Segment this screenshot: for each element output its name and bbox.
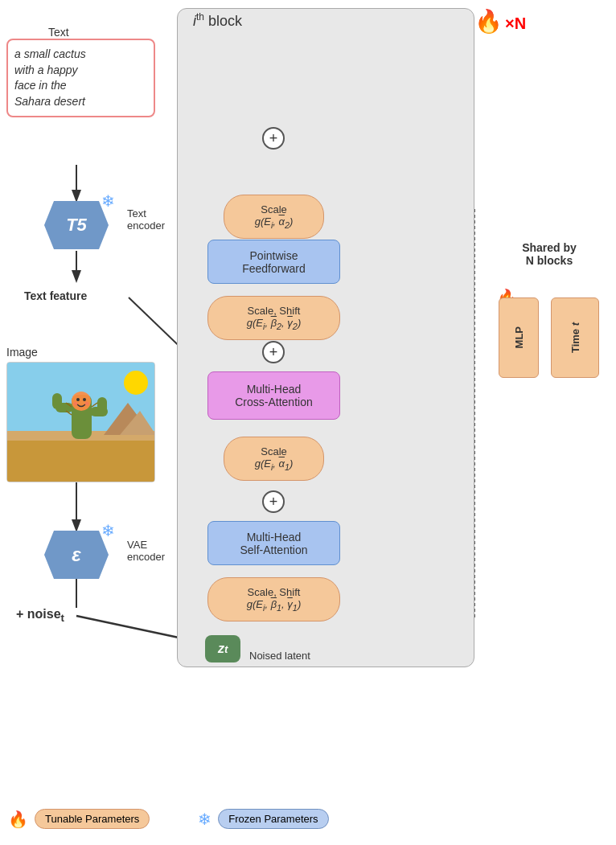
circle-plus-bot: +: [262, 490, 285, 513]
time-label: Time t: [569, 322, 581, 353]
vae-encoder-label: VAEencoder: [127, 539, 165, 563]
svg-point-44: [83, 398, 86, 401]
scale-mid-line1: Scale: [261, 445, 287, 457]
scale-shift-bot-line2: g(Ei, β1, γ1): [247, 598, 301, 613]
feedforward-line2: Feedforward: [242, 262, 306, 275]
mlp-label: MLP: [513, 326, 525, 348]
vae-shape: ε: [44, 531, 109, 579]
frozen-legend-label: Frozen Parameters: [228, 813, 318, 825]
cactus-image: [6, 362, 155, 482]
feedforward-node: Pointwise Feedforward: [207, 240, 340, 284]
tunable-legend-box: Tunable Parameters: [35, 809, 150, 829]
vae-label: ε: [72, 544, 80, 566]
circle-plus-top: +: [262, 127, 285, 150]
snowflake-legend-icon: ❄: [198, 810, 211, 829]
text-feature-text: Text feature: [24, 289, 87, 302]
t5-shape: T5: [44, 201, 109, 249]
svg-rect-38: [97, 397, 107, 413]
cross-attention-line2: Cross-Attention: [235, 396, 312, 408]
times-n-label: ×N: [505, 14, 526, 33]
frozen-legend-item: ❄ Frozen Parameters: [198, 809, 328, 829]
self-attention-line2: Self-Attention: [240, 544, 307, 556]
scale-mid-node: Scale g(Ei, α1): [224, 437, 324, 481]
flame-legend-icon: 🔥: [8, 810, 28, 829]
self-attention-node: Multi-Head Self-Attention: [207, 521, 340, 565]
flame-top-icon: 🔥: [474, 8, 503, 35]
image-label: Image: [6, 346, 155, 359]
cross-attention-node: Multi-Head Cross-Attention: [207, 371, 340, 420]
svg-rect-29: [7, 435, 155, 482]
shared-by-label: Shared byN blocks: [497, 241, 602, 267]
scale-top-line1: Scale: [261, 203, 287, 215]
vae-snowflake-icon: ❄: [101, 521, 115, 540]
text-input-content: a small cactuswith a happyface in theSah…: [14, 47, 147, 109]
feedforward-line1: Pointwise: [250, 249, 298, 262]
scale-shift-top-node: Scale, Shift g(Ei, β2, γ2): [207, 296, 340, 340]
svg-rect-36: [52, 393, 62, 409]
scale-shift-bot-line1: Scale, Shift: [248, 586, 301, 598]
zt-node: zt: [205, 635, 240, 662]
t5-encoder-label: Textencoder: [127, 207, 165, 232]
noised-latent-label: Noised latent: [249, 650, 310, 662]
text-input-box: a small cactuswith a happyface in theSah…: [6, 39, 155, 117]
svg-point-45: [74, 402, 78, 406]
scale-top-node: Scale g(Ei, α2): [224, 195, 324, 239]
time-box: Time t: [551, 297, 599, 378]
scale-top-line2: g(Ei, α2): [255, 215, 294, 230]
scale-mid-line2: g(Ei, α1): [255, 457, 294, 472]
image-section: Image: [6, 346, 155, 482]
svg-point-33: [124, 371, 148, 395]
scale-shift-top-line1: Scale, Shift: [248, 305, 301, 317]
tunable-legend-item: 🔥 Tunable Parameters: [8, 809, 150, 829]
circle-plus-mid: +: [262, 341, 285, 363]
legend: 🔥 Tunable Parameters ❄ Frozen Parameters: [8, 809, 611, 829]
scale-shift-bot-node: Scale, Shift g(Ei, β1, γ1): [207, 577, 340, 621]
block-title: ith block: [193, 11, 242, 30]
t5-label: T5: [66, 215, 87, 236]
tunable-legend-label: Tunable Parameters: [45, 813, 139, 825]
frozen-legend-box: Frozen Parameters: [218, 809, 328, 829]
mlp-box: MLP: [499, 297, 539, 378]
t5-encoder: T5 ❄ Textencoder: [44, 201, 109, 257]
self-attention-line1: Multi-Head: [247, 531, 302, 544]
svg-point-43: [76, 398, 80, 401]
svg-point-46: [85, 402, 89, 406]
cross-attention-line1: Multi-Head: [247, 383, 302, 396]
vae-encoder: ε ❄ VAEencoder: [44, 531, 109, 579]
text-feature-label: Text feature: [24, 289, 87, 302]
t5-snowflake-icon: ❄: [101, 191, 115, 211]
diagram-container: Text a small cactuswith a happyface in t…: [0, 0, 616, 845]
text-section-label: Text: [48, 26, 69, 39]
scale-shift-top-line2: g(Ei, β2, γ2): [247, 317, 301, 331]
svg-point-42: [72, 392, 91, 411]
noise-label: + noiset: [16, 607, 64, 624]
